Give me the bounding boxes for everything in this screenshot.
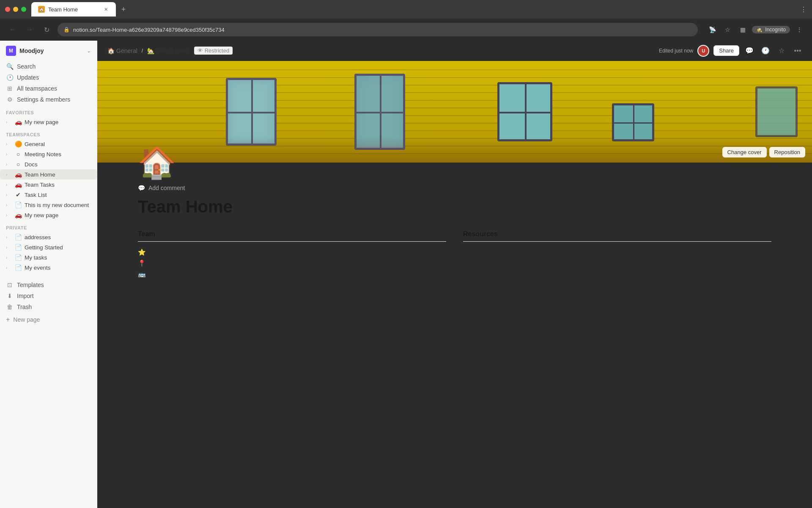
team-tasks-label: Team Tasks	[25, 182, 55, 188]
my-events-icon: 📄	[14, 264, 22, 271]
topbar-right: Edited just now U Share 💬 🕐 ☆ •••	[659, 45, 804, 57]
page-emoji[interactable]: 🏠	[138, 147, 176, 178]
incognito-badge[interactable]: 🕵 Incognito	[752, 26, 790, 33]
search-label: Search	[17, 63, 36, 70]
sidebar-item-general[interactable]: › 🟠 General	[0, 139, 97, 149]
minimize-button[interactable]	[13, 7, 18, 12]
team-column: Team ⭐ What's New 📍 Team Mission 🚌	[138, 230, 446, 280]
all-teamspaces-nav-item[interactable]: ⊞ All teamspaces	[0, 83, 97, 94]
incognito-label: Incognito	[765, 27, 786, 33]
fav-item-label: My new page	[25, 119, 58, 125]
my-tasks-icon: 📄	[14, 254, 22, 261]
docs-label: Docs	[25, 161, 38, 168]
back-button[interactable]: ←	[7, 24, 19, 36]
sidebar-item-my-new-page-fav[interactable]: › 🚗 My new page	[0, 117, 97, 127]
sidebar-item-docs[interactable]: › ○ Docs	[0, 159, 97, 169]
team-item-objectives[interactable]: 🚌 Team Objectives	[138, 269, 446, 280]
team-item-mission[interactable]: 📍 Team Mission	[138, 258, 446, 269]
fav-item-icon: 🚗	[14, 119, 22, 125]
all-teamspaces-label: All teamspaces	[17, 85, 57, 92]
tab-close-button[interactable]: ✕	[102, 6, 109, 13]
chevron-icon: ›	[6, 152, 12, 157]
getting-started-label: Getting Started	[25, 244, 63, 251]
import-nav-item[interactable]: ⬇ Import	[0, 290, 97, 301]
history-button[interactable]: 🕐	[760, 45, 771, 57]
sidebar-item-my-events[interactable]: › 📄 My events	[0, 262, 97, 273]
breadcrumb-team-home-label: Team Home	[156, 47, 188, 54]
bookmark-button[interactable]: ☆	[721, 24, 733, 36]
teamhome-breadcrumb-icon: 🏡	[147, 47, 154, 54]
browser-more-button[interactable]: ⋮	[793, 24, 805, 36]
cast-button[interactable]: 📡	[706, 24, 718, 36]
general-breadcrumb-icon: 🏠	[107, 47, 115, 54]
sidebar-item-team-tasks[interactable]: › 🚗 Team Tasks	[0, 179, 97, 190]
page-content: Change cover Reposition 🏠 💬 Add comment …	[97, 61, 812, 508]
team-col-header: Team	[138, 230, 446, 242]
workspace-chevron-icon: ⌄	[87, 48, 91, 54]
topbar: 🏠 General / 🏡 Team Home 👁 Restricted	[97, 41, 812, 61]
page-body: Team ⭐ What's New 📍 Team Mission 🚌	[97, 217, 812, 293]
import-label: Import	[17, 293, 34, 299]
incognito-icon: 🕵	[756, 27, 763, 33]
new-page-label: New page	[13, 316, 40, 323]
settings-label: Settings & members	[17, 96, 70, 103]
sidebar-item-task-list[interactable]: › ✔ Task List	[0, 190, 97, 200]
sidebar: M Moodjoy ⌄ 🔍 Search 🕐 Updates ⊞ All tea…	[0, 41, 97, 508]
team-item-whats-new[interactable]: ⭐ What's New	[138, 247, 446, 258]
settings-nav-item[interactable]: ⚙ Settings & members	[0, 94, 97, 105]
sidebar-item-my-tasks[interactable]: › 📄 My tasks	[0, 252, 97, 262]
addresses-icon: 📄	[14, 234, 22, 240]
forward-button[interactable]: →	[24, 24, 36, 36]
templates-label: Templates	[17, 282, 44, 288]
new-tab-button[interactable]: +	[118, 3, 129, 15]
resources-item-nice: Nice	[463, 247, 771, 254]
new-doc-icon: 📄	[14, 202, 22, 208]
breadcrumb-general[interactable]: 🏠 General	[106, 47, 139, 55]
edited-text: Edited just now	[659, 48, 693, 54]
resources-column: Resources Nice	[463, 230, 771, 280]
add-comment-row[interactable]: 💬 Add comment	[138, 183, 771, 193]
meeting-notes-label: Meeting Notes	[25, 151, 61, 157]
main-content: 🏠 General / 🏡 Team Home 👁 Restricted	[97, 41, 812, 508]
restricted-badge[interactable]: 👁 Restricted	[194, 47, 233, 55]
sidebar-item-my-new-page[interactable]: › 🚗 My new page	[0, 210, 97, 220]
sidebar-item-new-document[interactable]: › 📄 This is my new document	[0, 200, 97, 210]
templates-nav-item[interactable]: ⊡ Templates	[0, 279, 97, 290]
maximize-button[interactable]	[21, 7, 26, 12]
my-new-page-label: My new page	[25, 212, 58, 218]
workspace-icon: M	[6, 46, 16, 56]
two-column-layout: Team ⭐ What's New 📍 Team Mission 🚌	[138, 230, 771, 280]
whats-new-icon: ⭐	[138, 248, 146, 256]
private-section-label: Private	[0, 220, 97, 232]
breadcrumb-separator: /	[142, 48, 143, 54]
comments-button[interactable]: 💬	[743, 45, 755, 57]
browser-sidebar-button[interactable]: ▦	[737, 24, 749, 36]
close-button[interactable]	[5, 7, 10, 12]
task-list-label: Task List	[25, 192, 47, 198]
my-tasks-label: My tasks	[25, 254, 47, 261]
updates-nav-item[interactable]: 🕐 Updates	[0, 72, 97, 83]
new-page-button[interactable]: + New page	[0, 312, 97, 327]
sidebar-item-team-home[interactable]: › 🚗 Team Home	[0, 169, 97, 179]
sidebar-item-getting-started[interactable]: › 📄 Getting Started	[0, 242, 97, 252]
reload-button[interactable]: ↻	[41, 24, 52, 36]
trash-label: Trash	[17, 304, 32, 310]
bookmark-page-button[interactable]: ☆	[776, 45, 787, 57]
workspace-header[interactable]: M Moodjoy ⌄	[0, 41, 97, 61]
updates-label: Updates	[17, 74, 39, 81]
trash-nav-item[interactable]: 🗑 Trash	[0, 301, 97, 312]
more-options-button[interactable]: •••	[792, 45, 804, 57]
address-bar[interactable]: 🔒 notion.so/Team-Home-a626e39209a748798e…	[58, 23, 698, 36]
search-icon: 🔍	[6, 63, 14, 70]
tab-favicon: 🏠	[38, 6, 45, 13]
sidebar-item-addresses[interactable]: › 📄 addresses	[0, 232, 97, 242]
browser-menu-button[interactable]: ⋮	[795, 6, 812, 14]
search-nav-item[interactable]: 🔍 Search	[0, 61, 97, 72]
sidebar-item-meeting-notes[interactable]: › ○ Meeting Notes	[0, 149, 97, 159]
browser-tab[interactable]: 🏠 Team Home ✕	[31, 2, 116, 17]
breadcrumb-team-home[interactable]: 🏡 Team Home	[145, 47, 189, 55]
page-header: 💬 Add comment Team Home	[97, 178, 812, 217]
general-icon: 🟠	[14, 141, 22, 147]
chevron-icon: ›	[6, 213, 12, 218]
share-button[interactable]: Share	[713, 45, 739, 56]
